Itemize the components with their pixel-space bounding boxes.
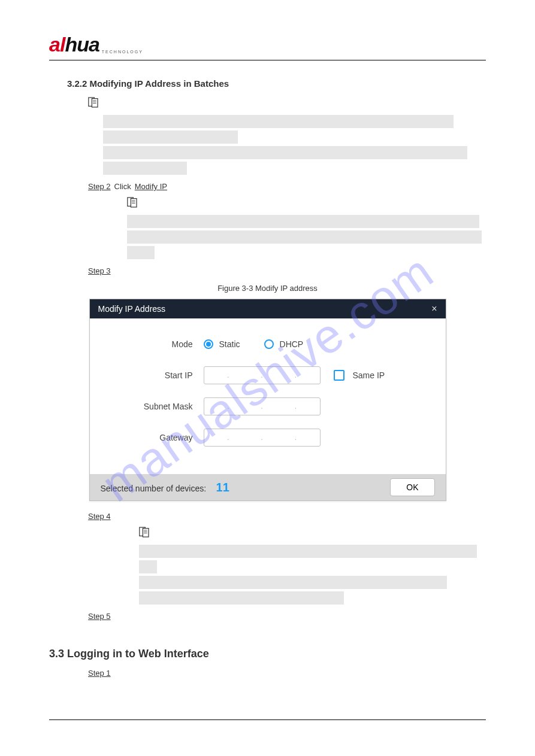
radio-dhcp[interactable] (264, 339, 274, 349)
step-3: Step 3 (88, 266, 486, 275)
footer-divider (49, 719, 486, 720)
step-4: Step 4 (88, 512, 486, 521)
note-icon (139, 527, 153, 540)
radio-dhcp-label: DHCP (280, 339, 304, 349)
note-icon (88, 97, 102, 110)
dialog-titlebar: Modify IP Address × (90, 299, 446, 318)
same-ip-label: Same IP (353, 371, 385, 380)
redacted-block (139, 545, 486, 605)
step-2: Step 2 Click Modify IP (88, 182, 486, 191)
svg-rect-11 (143, 529, 149, 537)
subnet-label: Subnet Mask (114, 402, 204, 411)
svg-rect-1 (92, 99, 98, 107)
start-ip-label: Start IP (114, 371, 204, 380)
start-ip-input[interactable]: ... (204, 366, 321, 384)
redacted-block (127, 215, 486, 259)
subnet-input[interactable]: ... (204, 397, 321, 415)
login-step-1: Step 1 (88, 669, 486, 678)
mode-label: Mode (114, 339, 204, 349)
svg-rect-6 (131, 199, 137, 207)
radio-static-label: Static (219, 339, 240, 349)
selected-devices-count: 11 (216, 481, 229, 494)
section-heading: 3.2.2 Modifying IP Address in Batches (67, 78, 486, 89)
redacted-block (103, 115, 486, 175)
modify-ip-dialog: Modify IP Address × Mode Static DHCP Sta… (89, 299, 446, 501)
gateway-input[interactable]: ... (204, 429, 321, 447)
note-icon (127, 197, 141, 210)
login-heading: 3.3 Logging in to Web Interface (49, 648, 486, 660)
figure-caption: Figure 3-3 Modify IP address (49, 284, 486, 293)
radio-static[interactable] (204, 339, 213, 349)
step-5: Step 5 (88, 612, 486, 621)
same-ip-checkbox[interactable] (334, 370, 344, 381)
brand-subtext: TECHNOLOGY (102, 50, 143, 54)
close-icon[interactable]: × (431, 303, 437, 314)
dialog-title: Modify IP Address (98, 304, 166, 314)
ok-button[interactable]: OK (390, 478, 434, 496)
brand-logo: alhua (49, 33, 99, 56)
gateway-label: Gateway (114, 433, 204, 442)
header-logo-row: alhua TECHNOLOGY (49, 33, 486, 60)
selected-devices-text: Selected number of devices: (101, 484, 207, 493)
